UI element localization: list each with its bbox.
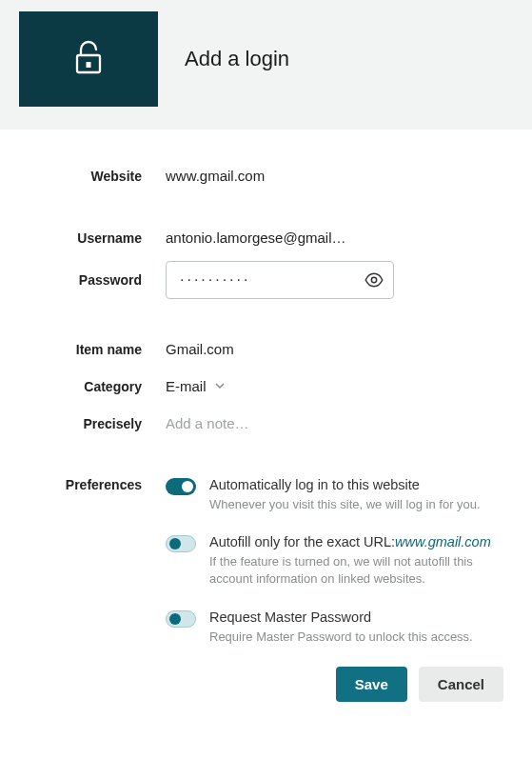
- category-select[interactable]: E-mail: [166, 378, 509, 394]
- pref-master-password-desc: Require Master Password to unlock this a…: [209, 629, 509, 646]
- username-label: Username: [23, 230, 166, 246]
- preferences-section: Preferences Automatically log in to this…: [23, 477, 509, 659]
- item-name-value[interactable]: Gmail.com: [166, 341, 234, 357]
- cancel-button[interactable]: Cancel: [419, 667, 503, 702]
- password-row: Password ··········: [23, 261, 509, 299]
- svg-rect-1: [87, 62, 91, 68]
- username-row: Username antonio.lamorgese@gmail…: [23, 230, 509, 246]
- pref-auto-login-title: Automatically log in to this website: [209, 477, 509, 492]
- save-button[interactable]: Save: [336, 667, 407, 702]
- website-row: Website www.gmail.com: [23, 168, 509, 184]
- toggle-autofill-exact[interactable]: [166, 535, 196, 552]
- pref-auto-login-desc: Whenever you visit this site, we will lo…: [209, 496, 509, 513]
- precisely-row: Precisely Add a note…: [23, 415, 509, 431]
- note-input[interactable]: Add a note…: [166, 415, 249, 431]
- precisely-label: Precisely: [23, 416, 166, 431]
- category-value: E-mail: [166, 378, 207, 394]
- header-icon-box: [19, 11, 158, 107]
- svg-point-2: [371, 277, 376, 282]
- pref-autofill-exact-desc: If the feature is turned on, we will not…: [209, 553, 509, 588]
- chevron-down-icon: [214, 379, 226, 394]
- username-value[interactable]: antonio.lamorgese@gmail…: [166, 230, 346, 246]
- preferences-label: Preferences: [23, 477, 166, 492]
- category-row: Category E-mail: [23, 378, 509, 394]
- password-input[interactable]: ··········: [166, 261, 394, 299]
- password-masked: ··········: [180, 271, 250, 289]
- pref-master-password-title: Request Master Password: [209, 609, 509, 625]
- item-name-label: Item name: [23, 342, 166, 357]
- page-title: Add a login: [185, 47, 289, 71]
- pref-master-password: Request Master Password Require Master P…: [166, 609, 509, 646]
- lock-open-icon: [72, 40, 105, 79]
- pref-auto-login: Automatically log in to this website Whe…: [166, 477, 509, 513]
- dialog-header: Add a login: [0, 0, 532, 130]
- website-value[interactable]: www.gmail.com: [166, 168, 265, 184]
- toggle-auto-login[interactable]: [166, 478, 196, 495]
- dialog-footer: Save Cancel: [23, 667, 509, 702]
- toggle-master-password[interactable]: [166, 610, 196, 628]
- category-label: Category: [23, 379, 166, 394]
- item-name-row: Item name Gmail.com: [23, 341, 509, 357]
- pref-autofill-exact-title: Autofill only for the exact URL:www.gmai…: [209, 534, 509, 549]
- password-label: Password: [23, 272, 166, 288]
- login-form: Website www.gmail.com Username antonio.l…: [0, 130, 532, 721]
- website-label: Website: [23, 169, 166, 184]
- eye-icon[interactable]: [365, 270, 384, 290]
- pref-autofill-exact: Autofill only for the exact URL:www.gmai…: [166, 534, 509, 588]
